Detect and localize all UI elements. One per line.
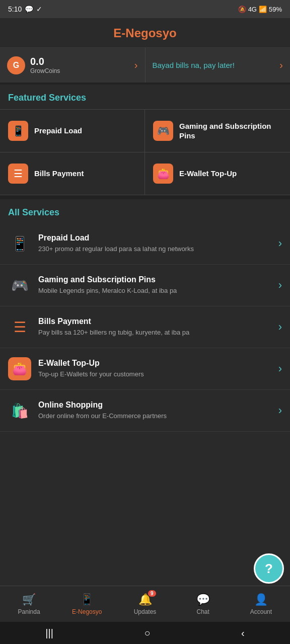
service-item-prepaid-load[interactable]: 📱 Prepaid Load 230+ promo at regular loa…: [0, 223, 290, 265]
featured-services-title: Featured Services: [0, 85, 290, 109]
bayad-text: Bayad bills na, pay later!: [153, 60, 280, 70]
bayad-banner[interactable]: Bayad bills na, pay later! ›: [146, 48, 291, 83]
service-icon-ewallet: 👛: [8, 357, 31, 380]
updates-label: Updates: [134, 608, 157, 615]
gaming-pins-label: Gaming and Subscription Pins: [179, 121, 282, 141]
gaming-pins-chevron: ›: [278, 279, 282, 292]
service-info-ewallet: E-Wallet Top-Up Top-up E-Wallets for you…: [38, 359, 274, 379]
featured-item-bills-payment[interactable]: ☰ Bills Payment: [0, 152, 145, 195]
ewallet-name: E-Wallet Top-Up: [38, 359, 274, 368]
bills-payment-label: Bills Payment: [34, 169, 84, 179]
ewallet-label: E-Wallet Top-Up: [179, 169, 237, 179]
growcoins-amount: 0.0: [30, 56, 60, 67]
time-display: 5:10: [8, 5, 22, 13]
featured-services-section: Featured Services 📱 Prepaid Load 🎮 Gamin…: [0, 85, 290, 195]
featured-item-prepaid-load[interactable]: 📱 Prepaid Load: [0, 110, 145, 152]
prepaid-load-name: Prepaid Load: [38, 233, 274, 243]
help-question-icon: ?: [265, 561, 273, 577]
android-back-btn[interactable]: ‹: [241, 627, 245, 639]
account-icon: 👤: [254, 593, 268, 606]
chat-icon: 💬: [196, 593, 210, 606]
paninda-icon: 🛒: [22, 593, 36, 606]
status-time: 5:10 💬 ✓: [8, 5, 42, 13]
mute-icon: 🔕: [238, 6, 246, 13]
service-item-ewallet[interactable]: 👛 E-Wallet Top-Up Top-up E-Wallets for y…: [0, 348, 290, 390]
msg-icon: 💬: [25, 5, 33, 13]
growcoins-chevron: ›: [134, 59, 138, 71]
bottom-nav: 🛒 Paninda 📱 E-Negosyo 🔔 9 Updates 💬 Chat…: [0, 586, 290, 622]
service-icon-bills: ☰: [8, 315, 31, 339]
prepaid-load-label: Prepaid Load: [34, 126, 82, 136]
android-nav: ||| ○ ‹: [0, 622, 290, 644]
status-bar: 5:10 💬 ✓ 🔕 4G 📶 59%: [0, 0, 290, 18]
signal-icon: 📶: [259, 6, 267, 13]
online-shopping-chevron: ›: [278, 404, 282, 417]
enegosyo-icon: 📱: [80, 593, 94, 606]
bayad-chevron: ›: [279, 59, 283, 71]
prepaid-load-icon: 📱: [8, 121, 28, 141]
featured-item-gaming-pins[interactable]: 🎮 Gaming and Subscription Pins: [145, 110, 290, 152]
service-icon-prepaid: 📱: [8, 232, 31, 255]
android-home-btn[interactable]: ○: [144, 627, 150, 639]
bills-payment-icon: ☰: [8, 164, 28, 184]
all-services-section: All Services 📱 Prepaid Load 230+ promo a…: [0, 199, 290, 432]
service-icon-shopping: 🛍️: [8, 399, 31, 422]
nav-item-account[interactable]: 👤 Account: [232, 586, 290, 622]
gaming-pins-desc: Mobile Legends pins, Meralco K-Load, at …: [38, 286, 274, 295]
top-banner: G 0.0 GrowCoins › Bayad bills na, pay la…: [0, 48, 290, 85]
app-header: E-Negosyo: [0, 18, 290, 48]
service-icon-gaming: 🎮: [8, 274, 31, 297]
nav-item-enegosyo[interactable]: 📱 E-Negosyo: [58, 586, 116, 622]
all-services-title: All Services: [0, 199, 290, 223]
account-label: Account: [250, 608, 272, 615]
service-info-prepaid: Prepaid Load 230+ promo at regular load …: [38, 233, 274, 254]
chat-label: Chat: [197, 608, 209, 615]
section-separator: [0, 195, 290, 199]
featured-item-ewallet-topup[interactable]: 👛 E-Wallet Top-Up: [145, 152, 290, 195]
growcoins-label: GrowCoins: [30, 67, 60, 74]
status-right: 🔕 4G 📶 59%: [238, 6, 282, 13]
nav-item-chat[interactable]: 💬 Chat: [174, 586, 232, 622]
updates-icon: 🔔 9: [138, 593, 152, 606]
paninda-label: Paninda: [18, 608, 40, 615]
android-recents-btn[interactable]: |||: [45, 627, 53, 639]
growcoins-banner[interactable]: G 0.0 GrowCoins ›: [0, 48, 146, 83]
nav-item-paninda[interactable]: 🛒 Paninda: [0, 586, 58, 622]
prepaid-load-desc: 230+ promo at regular load para sa lahat…: [38, 245, 274, 254]
float-help-button[interactable]: ?: [254, 553, 284, 584]
growcoins-info: 0.0 GrowCoins: [30, 56, 60, 74]
growcoins-icon: G: [7, 56, 25, 74]
gaming-pins-icon: 🎮: [153, 121, 173, 141]
nav-item-updates[interactable]: 🔔 9 Updates: [116, 586, 174, 622]
featured-grid: 📱 Prepaid Load 🎮 Gaming and Subscription…: [0, 109, 290, 195]
prepaid-load-chevron: ›: [278, 237, 282, 250]
online-shopping-name: Online Shopping: [38, 400, 274, 410]
online-shopping-desc: Order online from our E-Commerce partner…: [38, 412, 274, 421]
check-icon: ✓: [36, 5, 42, 13]
gaming-pins-name: Gaming and Subscription Pins: [38, 275, 274, 284]
ewallet-icon: 👛: [153, 164, 173, 184]
enegosyo-label: E-Negosyo: [72, 608, 102, 615]
network-indicator: 4G: [248, 6, 257, 13]
service-item-online-shopping[interactable]: 🛍️ Online Shopping Order online from our…: [0, 390, 290, 432]
updates-badge: 9: [148, 590, 156, 597]
bills-payment-name: Bills Payment: [38, 317, 274, 326]
battery-indicator: 59%: [269, 6, 282, 13]
service-info-shopping: Online Shopping Order online from our E-…: [38, 400, 274, 421]
ewallet-chevron: ›: [278, 362, 282, 375]
service-info-bills: Bills Payment Pay bills sa 120+ billers …: [38, 317, 274, 337]
app-title: E-Negosyo: [113, 26, 176, 40]
service-info-gaming: Gaming and Subscription Pins Mobile Lege…: [38, 275, 274, 295]
bills-payment-desc: Pay bills sa 120+ billers ng tubig, kury…: [38, 328, 274, 337]
bills-payment-chevron: ›: [278, 320, 282, 334]
service-item-gaming-pins[interactable]: 🎮 Gaming and Subscription Pins Mobile Le…: [0, 265, 290, 306]
service-item-bills-payment[interactable]: ☰ Bills Payment Pay bills sa 120+ biller…: [0, 306, 290, 348]
ewallet-desc: Top-up E-Wallets for your customers: [38, 370, 274, 379]
